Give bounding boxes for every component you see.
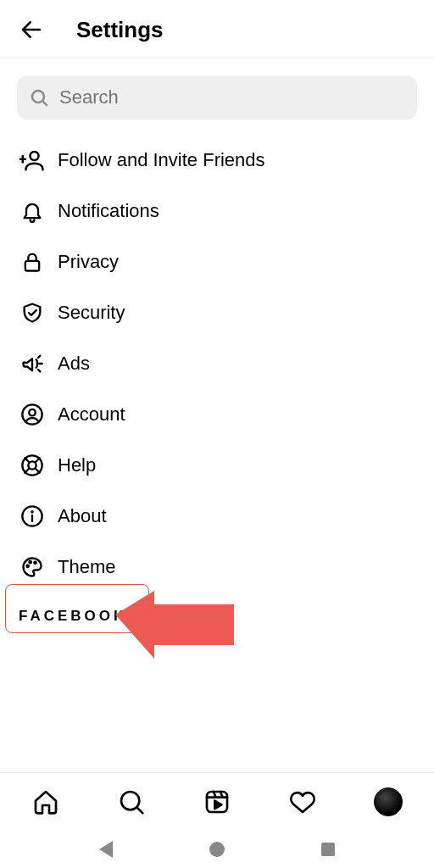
svg-line-9 [38, 370, 40, 371]
svg-line-16 [36, 458, 40, 462]
facebook-wordmark: FACEBOOK [19, 608, 127, 625]
account-circle-icon [19, 401, 46, 428]
menu-item-follow[interactable]: Follow and Invite Friends [0, 135, 434, 186]
menu-item-ads[interactable]: Ads [0, 338, 434, 389]
android-back-button[interactable] [99, 841, 113, 858]
nav-activity[interactable] [282, 782, 323, 822]
back-button[interactable] [17, 15, 46, 44]
menu-item-label: Security [58, 302, 125, 324]
reels-icon [203, 788, 231, 815]
svg-line-17 [25, 469, 29, 473]
menu-item-security[interactable]: Security [0, 287, 434, 338]
facebook-brand-row: FACEBOOK [0, 593, 434, 635]
svg-point-3 [31, 152, 39, 160]
arrow-left-icon [19, 17, 44, 42]
info-circle-icon [19, 503, 46, 530]
search-icon [118, 788, 145, 815]
menu-item-notifications[interactable]: Notifications [0, 186, 434, 236]
search-wrap [0, 58, 434, 130]
menu-item-about[interactable]: About [0, 491, 434, 542]
svg-rect-6 [25, 261, 39, 271]
svg-point-21 [27, 565, 29, 567]
heart-icon [289, 788, 316, 815]
svg-point-23 [34, 562, 36, 564]
palette-icon [19, 554, 46, 581]
page-title: Settings [76, 17, 164, 43]
menu-item-help[interactable]: Help [0, 440, 434, 491]
menu-item-label: Ads [58, 353, 90, 375]
svg-point-20 [31, 511, 32, 512]
menu-item-account[interactable]: Account [0, 389, 434, 440]
menu-item-label: Account [58, 403, 125, 426]
nav-search[interactable] [111, 782, 152, 822]
android-home-button[interactable] [209, 842, 225, 857]
android-recent-button[interactable] [321, 843, 335, 856]
avatar-icon [374, 787, 403, 816]
system-nav-bar [0, 830, 434, 868]
home-icon [32, 788, 59, 815]
menu-item-label: Help [58, 454, 96, 476]
menu-item-label: Notifications [58, 200, 159, 222]
menu-item-label: Privacy [58, 251, 119, 273]
menu-item-label: Follow and Invite Friends [58, 149, 265, 171]
bell-icon [19, 198, 46, 225]
settings-content: Follow and Invite Friends Notifications … [0, 58, 434, 772]
megaphone-icon [19, 350, 46, 377]
svg-point-26 [178, 614, 182, 618]
messenger-icon [154, 609, 168, 623]
menu-item-label: Theme [58, 556, 115, 578]
facebook-app-icons [136, 609, 225, 623]
svg-point-11 [29, 409, 35, 415]
nav-profile[interactable] [368, 782, 409, 822]
svg-line-31 [137, 807, 143, 813]
menu-item-label: About [58, 505, 107, 527]
svg-line-15 [36, 469, 40, 473]
svg-point-27 [182, 613, 183, 614]
instagram-icon [173, 609, 186, 623]
nav-home[interactable] [25, 782, 66, 822]
menu-item-privacy[interactable]: Privacy [0, 236, 434, 287]
svg-marker-36 [214, 800, 221, 808]
nav-reels[interactable] [197, 782, 237, 822]
facebook-circle-icon [136, 609, 149, 623]
lock-icon [19, 248, 46, 275]
menu-item-theme[interactable]: Theme [0, 542, 434, 593]
svg-line-2 [42, 101, 47, 105]
shield-check-icon [19, 299, 46, 326]
search-icon [29, 87, 49, 108]
svg-point-22 [30, 561, 31, 563]
whatsapp-icon [192, 609, 205, 623]
header-bar: Settings [0, 0, 434, 58]
search-box[interactable] [17, 75, 417, 120]
svg-line-7 [38, 356, 40, 358]
add-person-icon [19, 147, 46, 174]
svg-line-14 [25, 458, 29, 462]
search-input[interactable] [59, 86, 405, 108]
settings-list: Follow and Invite Friends Notifications … [0, 130, 434, 593]
svg-rect-28 [211, 612, 225, 621]
bottom-nav [0, 772, 434, 830]
lifebuoy-icon [19, 452, 46, 479]
oculus-icon [210, 611, 225, 621]
